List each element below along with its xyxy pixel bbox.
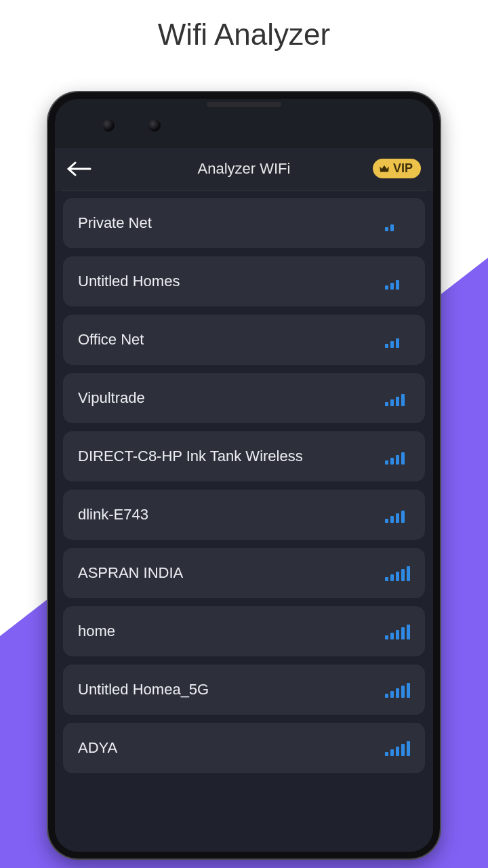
back-arrow-icon [67,161,92,176]
signal-icon [385,215,410,231]
network-item[interactable]: Vipultrade [63,373,425,423]
back-button[interactable] [67,159,96,178]
network-item[interactable]: Untitled Homes [63,256,425,307]
signal-icon [385,448,410,465]
network-name: ADYA [78,739,117,757]
network-name: Vipultrade [78,389,145,407]
signal-icon [385,623,410,639]
app-header: Analyzer WIFi VIP [55,148,433,191]
signal-icon [385,740,410,756]
vip-label: VIP [393,161,413,176]
network-name: Private Net [78,214,152,232]
signal-icon [385,682,410,698]
network-name: Office Net [78,331,144,349]
signal-icon [385,390,410,406]
network-item[interactable]: Office Net [63,315,425,365]
vip-badge[interactable]: VIP [373,159,421,178]
network-item[interactable]: Private Net [63,198,425,248]
header-title: Analyzer WIFi [198,160,291,178]
network-name: home [78,623,115,640]
crown-icon [378,163,390,175]
network-list: Private NetUntitled HomesOffice NetVipul… [55,191,433,852]
signal-icon [385,565,410,581]
network-item[interactable]: Untitled Homea_5G [63,665,425,715]
network-item[interactable]: home [63,606,425,656]
signal-icon [385,332,410,348]
phone-camera [148,119,161,132]
phone-speaker [207,102,281,107]
signal-icon [385,273,410,290]
network-item[interactable]: ASPRAN INDIA [63,548,425,598]
phone-camera [102,119,115,132]
network-name: Untitled Homes [78,273,180,290]
signal-icon [385,507,410,523]
app-screen: Analyzer WIFi VIP Private NetUntitled Ho… [55,148,433,852]
phone-frame: Analyzer WIFi VIP Private NetUntitled Ho… [48,92,440,859]
network-item[interactable]: dlink-E743 [63,490,425,540]
network-name: Untitled Homea_5G [78,681,209,698]
network-item[interactable]: DIRECT-C8-HP Ink Tank Wireless [63,431,425,481]
page-title: Wifi Analyzer [0,0,488,65]
network-name: DIRECT-C8-HP Ink Tank Wireless [78,448,303,465]
network-name: dlink-E743 [78,506,148,524]
network-item[interactable]: ADYA [63,723,425,773]
phone-screen-bezel: Analyzer WIFi VIP Private NetUntitled Ho… [55,99,433,852]
network-name: ASPRAN INDIA [78,564,183,582]
